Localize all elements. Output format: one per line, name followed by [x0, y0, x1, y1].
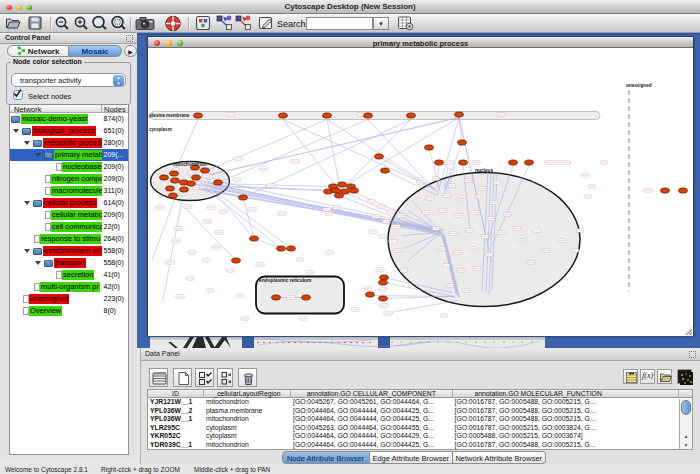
svg-text:endoplasmic reticulum: endoplasmic reticulum — [259, 278, 311, 283]
svg-text:mitochondrion: mitochondrion — [173, 162, 207, 167]
svg-text:plasma membrane: plasma membrane — [149, 112, 190, 117]
svg-text:nucleus: nucleus — [475, 167, 493, 172]
svg-text:cytoplasm: cytoplasm — [149, 126, 172, 131]
svg-text:unassigned: unassigned — [626, 82, 652, 87]
